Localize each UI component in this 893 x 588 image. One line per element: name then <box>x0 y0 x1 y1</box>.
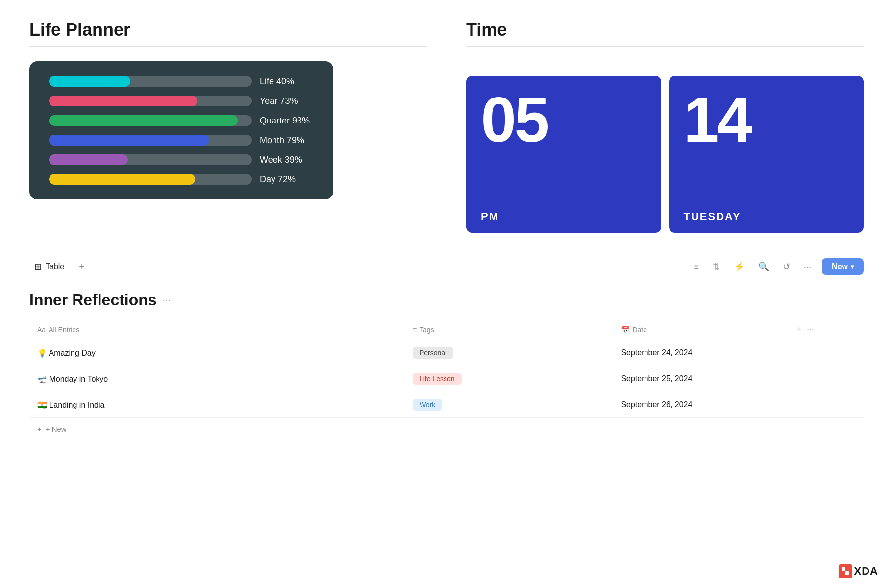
tag-cell: Personal <box>405 340 614 366</box>
entry-cell: 💡 Amazing Day <box>29 340 405 366</box>
lightning-button[interactable]: ⚡ <box>731 259 747 274</box>
tag-badge: Personal <box>413 347 453 359</box>
entry-cell: 🇮🇳 Landing in India <box>29 392 405 418</box>
table-section: Inner Reflections ··· Aa All Entries ≡ <box>29 281 864 440</box>
bar-track <box>49 115 252 126</box>
life-planner-panel: Life 40%Year 73%Quarter 93%Month 79%Week… <box>29 61 427 233</box>
date-cell: September 24, 2024 <box>613 340 822 366</box>
row-actions-cell <box>822 340 864 366</box>
column-header-date: 📅 Date + ··· <box>613 319 822 340</box>
date-cell: September 26, 2024 <box>613 392 822 418</box>
undo-button[interactable]: ↺ <box>780 259 793 274</box>
tags-column-label: Tags <box>420 326 434 334</box>
more-button[interactable]: ··· <box>801 260 814 274</box>
left-divider <box>29 46 427 47</box>
chart-bar-row: Week 39% <box>49 154 314 165</box>
table-row[interactable]: 💡 Amazing DayPersonalSeptember 24, 2024 <box>29 340 864 366</box>
calendar-icon: 📅 <box>621 326 629 334</box>
row-actions-cell <box>822 366 864 392</box>
xda-logo: XDA <box>839 564 878 578</box>
bar-label: Week 39% <box>260 155 314 165</box>
clock-container: 05 PM 14 TUESDAY <box>466 76 864 233</box>
table-icon: ⊞ <box>34 261 42 272</box>
bar-fill <box>49 174 195 185</box>
add-new-label: + New <box>46 425 67 433</box>
new-button[interactable]: New ▾ <box>822 258 864 275</box>
xda-text: XDA <box>854 565 878 578</box>
column-header-entry: Aa All Entries <box>29 319 405 340</box>
entry-column-label: All Entries <box>49 326 79 334</box>
text-icon: Aa <box>37 326 46 334</box>
bar-track <box>49 154 252 165</box>
bar-label: Life 40% <box>260 76 314 87</box>
clock-day: TUESDAY <box>684 210 849 223</box>
bar-label: Month 79% <box>260 135 314 146</box>
date-column-label: Date <box>632 326 647 334</box>
progress-chart: Life 40%Year 73%Quarter 93%Month 79%Week… <box>29 61 333 199</box>
bar-fill <box>49 135 209 146</box>
bar-track <box>49 135 252 146</box>
tag-cell: Work <box>405 392 614 418</box>
minute-divider <box>684 206 849 206</box>
column-more-button[interactable]: ··· <box>807 324 814 335</box>
column-header-actions <box>822 319 864 340</box>
table-tab[interactable]: ⊞ Table <box>29 258 69 275</box>
time-title: Time <box>466 20 864 40</box>
add-view-button[interactable]: + <box>75 259 89 274</box>
table-label: Table <box>46 262 64 271</box>
toolbar-left: ⊞ Table + <box>29 258 89 275</box>
toolbar: ⊞ Table + ≡ ⇅ ⚡ 🔍 ↺ ··· New ▾ <box>29 252 864 281</box>
clock-minute: 14 <box>684 88 849 151</box>
chart-bar-row: Year 73% <box>49 96 314 106</box>
chevron-down-icon: ▾ <box>851 263 854 270</box>
add-new-row[interactable]: + + New <box>29 418 864 440</box>
filter-button[interactable]: ≡ <box>691 260 702 274</box>
minute-card: 14 TUESDAY <box>669 76 864 233</box>
right-divider <box>466 46 864 47</box>
table-row[interactable]: 🛫 Monday in TokyoLife LessonSeptember 25… <box>29 366 864 392</box>
bar-fill <box>49 154 128 165</box>
bar-fill <box>49 76 130 87</box>
svg-rect-0 <box>842 567 845 571</box>
toolbar-right: ≡ ⇅ ⚡ 🔍 ↺ ··· New ▾ <box>691 258 864 275</box>
sort-button[interactable]: ⇅ <box>710 259 723 274</box>
row-actions-cell <box>822 392 864 418</box>
list-icon: ≡ <box>413 326 417 334</box>
clock-period: PM <box>481 210 646 223</box>
hour-divider <box>481 206 646 206</box>
date-cell: September 25, 2024 <box>613 366 822 392</box>
add-column-button[interactable]: + <box>796 324 802 335</box>
bar-label: Year 73% <box>260 96 314 106</box>
chart-bar-row: Month 79% <box>49 135 314 146</box>
time-panel: 05 PM 14 TUESDAY <box>466 61 864 233</box>
table-options-button[interactable]: ··· <box>163 294 171 306</box>
chart-bar-row: Quarter 93% <box>49 115 314 126</box>
table-row[interactable]: 🇮🇳 Landing in IndiaWorkSeptember 26, 202… <box>29 392 864 418</box>
entry-cell: 🛫 Monday in Tokyo <box>29 366 405 392</box>
tag-badge: Work <box>413 399 442 411</box>
chart-bar-row: Life 40% <box>49 76 314 87</box>
bar-track <box>49 174 252 185</box>
tag-cell: Life Lesson <box>405 366 614 392</box>
bar-track <box>49 76 252 87</box>
hour-card: 05 PM <box>466 76 661 233</box>
search-button[interactable]: 🔍 <box>755 259 772 274</box>
tag-badge: Life Lesson <box>413 373 462 385</box>
bar-fill <box>49 96 197 106</box>
xda-icon-box <box>839 564 852 578</box>
chart-bar-row: Day 72% <box>49 174 314 185</box>
life-planner-title: Life Planner <box>29 20 427 40</box>
clock-hour: 05 <box>481 88 646 151</box>
table-header-row: Aa All Entries ≡ Tags 📅 Date <box>29 319 864 340</box>
new-button-label: New <box>832 262 848 271</box>
add-new-icon: + <box>37 425 42 433</box>
table-heading: Inner Reflections ··· <box>29 291 864 309</box>
bar-fill <box>49 115 238 126</box>
bar-track <box>49 96 252 106</box>
bar-label: Quarter 93% <box>260 116 314 126</box>
column-header-tags: ≡ Tags <box>405 319 614 340</box>
svg-rect-1 <box>845 571 849 575</box>
table-title: Inner Reflections <box>29 291 157 309</box>
bar-label: Day 72% <box>260 174 314 185</box>
database-table: Aa All Entries ≡ Tags 📅 Date <box>29 319 864 418</box>
